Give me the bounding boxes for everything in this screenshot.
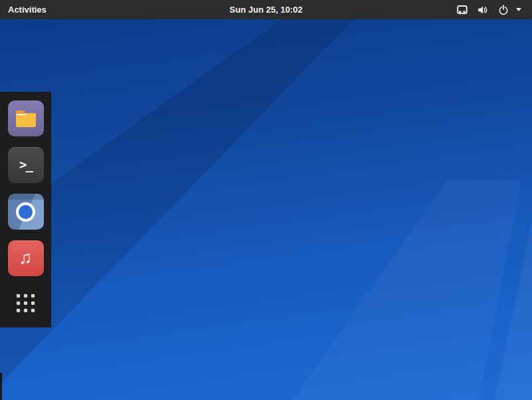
browser-circle-glyph [16, 202, 35, 222]
power-icon [497, 4, 509, 16]
dock-item-browser[interactable] [8, 194, 44, 230]
dock-item-files[interactable] [8, 100, 44, 136]
terminal-icon: >_ [8, 147, 44, 183]
files-icon [8, 100, 44, 136]
dock-item-show-applications[interactable] [15, 292, 37, 314]
dock-item-music[interactable]: ♫ [8, 240, 44, 276]
desktop: Activities Sun Jun 25, 10:02 [0, 0, 532, 400]
background-window-edge[interactable] [0, 373, 2, 400]
dropdown-arrow-icon [516, 8, 521, 11]
volume-icon [477, 4, 489, 16]
system-tray-menu[interactable] [456, 0, 521, 19]
folder-glyph [16, 113, 36, 127]
dock: >_ ♫ [0, 92, 51, 327]
activities-button[interactable]: Activities [0, 0, 55, 19]
music-icon: ♫ [8, 240, 44, 276]
dock-item-terminal[interactable]: >_ [8, 147, 44, 183]
terminal-prompt-glyph: >_ [19, 157, 32, 172]
music-note-glyph: ♫ [19, 249, 32, 267]
desktop-wallpaper [0, 0, 532, 400]
app-grid-icon [15, 292, 37, 314]
top-bar: Activities Sun Jun 25, 10:02 [0, 0, 532, 19]
network-wired-icon [456, 4, 468, 16]
browser-icon [8, 194, 44, 230]
clock-button[interactable]: Sun Jun 25, 10:02 [229, 5, 303, 15]
